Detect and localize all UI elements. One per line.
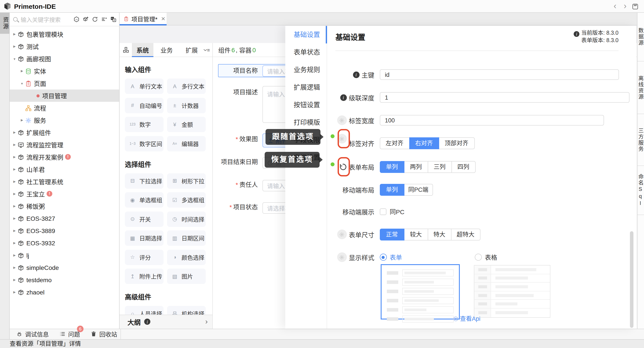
tree-item-EOS-3827[interactable]: ▶EOS-3827: [10, 212, 119, 225]
chevron-collapsed-icon[interactable]: ▶: [12, 266, 17, 269]
option-同PC端[interactable]: 同PC端: [404, 184, 433, 195]
tree-item-项目管理[interactable]: 项目管理: [10, 90, 119, 102]
tree-item-lj[interactable]: ▶lj: [10, 249, 119, 262]
ai-assistant-icon[interactable]: AI: [74, 16, 80, 22]
chevron-collapsed-icon[interactable]: ▶: [12, 168, 17, 171]
problems-button[interactable]: 问题 6: [59, 330, 80, 338]
checkbox-same-as-pc[interactable]: [380, 208, 386, 215]
view-api-link[interactable]: ◎ 查看Api: [453, 314, 480, 323]
option-单列[interactable]: 单列: [380, 184, 404, 195]
chevron-collapsed-icon[interactable]: ▶: [12, 180, 17, 183]
chevron-down-icon[interactable]: [202, 47, 208, 52]
new-package-icon[interactable]: [83, 16, 89, 22]
option-四列[interactable]: 四列: [451, 161, 476, 173]
palette-item-开关[interactable]: ⊙开关: [125, 211, 163, 227]
right-rail-tab-离线资源[interactable]: 离线资源: [637, 61, 644, 114]
rail-tab-resources[interactable]: 资源: [0, 13, 10, 34]
palette-tab-system[interactable]: 系统: [132, 43, 154, 57]
palette-item-人员选择[interactable]: ○人员选择: [125, 306, 163, 315]
chevron-collapsed-icon[interactable]: ▶: [12, 278, 17, 282]
chevron-collapsed-icon[interactable]: ▶: [12, 217, 17, 220]
recycle-bin-button[interactable]: 回收站: [90, 330, 117, 338]
option-特大[interactable]: 特大: [428, 228, 451, 240]
option-左对齐[interactable]: 左对齐: [380, 137, 410, 149]
palette-item-机构选择[interactable]: 品机构选择: [167, 306, 206, 315]
components-icon[interactable]: [123, 46, 129, 53]
palette-item-日期区间[interactable]: ▥日期区间: [167, 230, 206, 246]
palette-item-附件上传[interactable]: ↥附件上传: [125, 269, 163, 284]
tab-project-management[interactable]: 项目管理* ✕: [120, 13, 166, 25]
palette-item-自动编号[interactable]: #自动编号: [125, 98, 163, 113]
tree-item-EOS-3932[interactable]: ▶EOS-3932: [10, 237, 119, 249]
outline-footer[interactable]: 大纲 i ›: [120, 315, 212, 329]
option-超特大[interactable]: 超特大: [451, 228, 480, 240]
palette-item-颜色选择[interactable]: ◑颜色选择: [167, 249, 206, 265]
panel-scrollbar[interactable]: [630, 231, 634, 328]
radio-form[interactable]: [380, 254, 386, 261]
radio-table[interactable]: [475, 254, 482, 261]
option-右对齐[interactable]: 右对齐: [409, 137, 439, 149]
palette-item-单选框组[interactable]: ◉单选框组: [125, 192, 163, 207]
chevron-expanded-icon[interactable]: ▼: [19, 82, 24, 85]
history-forward-icon[interactable]: ›: [622, 0, 628, 13]
palette-item-计数器[interactable]: ±计数器: [167, 98, 206, 113]
option-两列[interactable]: 两列: [404, 161, 428, 173]
refresh-icon[interactable]: [92, 16, 98, 22]
palette-item-数字区间[interactable]: 1~3数字区间: [125, 136, 163, 151]
settings-menu-item-打印模版[interactable]: 打印模版: [285, 114, 326, 131]
search-input[interactable]: 输入关键字搜索: [21, 15, 74, 23]
chevron-collapsed-icon[interactable]: ▶: [12, 254, 17, 257]
settings-menu-item-基础设置[interactable]: 基础设置: [285, 26, 326, 43]
right-rail-tab-命名Sql[interactable]: 命名Sql: [637, 166, 644, 215]
chevron-collapsed-icon[interactable]: ▶: [12, 131, 17, 134]
标签宽度-input[interactable]: 100: [380, 115, 604, 126]
tree-item-山羊君[interactable]: ▶山羊君: [10, 163, 119, 175]
主键-input[interactable]: id: [380, 69, 619, 80]
table-style-preview[interactable]: [474, 265, 550, 318]
chevron-collapsed-icon[interactable]: ▶: [12, 229, 17, 233]
right-rail-tab-三方服务[interactable]: 三方服务: [637, 114, 644, 166]
tree-item-测试[interactable]: ▶测试: [10, 40, 119, 53]
right-rail-tab-数据源[interactable]: 数据源: [637, 13, 644, 61]
chevron-collapsed-icon[interactable]: ▶: [12, 204, 17, 208]
settings-menu-item-扩展逻辑[interactable]: 扩展逻辑: [285, 79, 326, 96]
tree-item-包裹管理模块[interactable]: ▶包裹管理模块: [10, 28, 119, 40]
option-顶部对齐[interactable]: 顶部对齐: [438, 137, 474, 149]
palette-item-多行文本[interactable]: A多行文本: [167, 79, 206, 94]
tree-item-实体[interactable]: ▶实体: [10, 65, 119, 77]
palette-item-时间选择[interactable]: ◷时间选择: [167, 211, 206, 227]
tree-item-流程开发案例[interactable]: ▶流程开发案例!: [10, 151, 119, 163]
chevron-collapsed-icon[interactable]: ▶: [19, 119, 24, 122]
palette-item-编辑器[interactable]: A≡编辑器: [167, 136, 206, 151]
chevron-collapsed-icon[interactable]: ▶: [12, 291, 17, 294]
close-tab-icon[interactable]: ✕: [161, 16, 166, 22]
chevron-collapsed-icon[interactable]: ▶: [12, 192, 17, 196]
palette-tab-extension[interactable]: 扩展: [182, 43, 201, 57]
debug-info-button[interactable]: 调试信息: [16, 330, 49, 338]
palette-item-日期选择[interactable]: ▦日期选择: [125, 230, 163, 246]
option-单列[interactable]: 单列: [380, 161, 404, 173]
palette-item-评分[interactable]: ☆评分: [125, 249, 163, 265]
settings-menu-item-按钮设置[interactable]: 按钮设置: [285, 96, 326, 114]
tree-item-王宝立[interactable]: ▶王宝立!: [10, 188, 119, 200]
chevron-collapsed-icon[interactable]: ▶: [12, 143, 17, 147]
palette-item-图片[interactable]: ▧图片: [167, 269, 206, 284]
settings-menu-item-业务规则[interactable]: 业务规则: [285, 61, 326, 79]
tree-item-simpleCode[interactable]: ▶simpleCode: [10, 262, 119, 274]
tree-item-EOS-3889[interactable]: ▶EOS-3889: [10, 225, 119, 237]
tree-item-服务[interactable]: ▶服务: [10, 114, 119, 126]
tree-item-画廊视图[interactable]: ▼画廊视图: [10, 53, 119, 65]
tree-item-testdemo[interactable]: ▶testdemo: [10, 274, 119, 286]
palette-item-金额[interactable]: ¥金额: [167, 117, 206, 132]
form-style-preview-selected[interactable]: [381, 264, 460, 320]
sort-filter-icon[interactable]: [101, 16, 107, 22]
translate-icon[interactable]: En文: [110, 16, 116, 22]
tree-item-页面[interactable]: ▼页面: [10, 77, 119, 90]
save-icon[interactable]: [632, 3, 639, 10]
palette-item-数字[interactable]: 123数字: [125, 117, 163, 132]
chevron-collapsed-icon[interactable]: ▶: [12, 32, 17, 36]
tree-item-扩展组件[interactable]: ▶扩展组件: [10, 126, 119, 139]
级联深度-input[interactable]: 1: [380, 92, 629, 103]
palette-tab-business[interactable]: 业务: [157, 43, 176, 57]
palette-item-多选框组[interactable]: ☑多选框组: [167, 192, 206, 207]
